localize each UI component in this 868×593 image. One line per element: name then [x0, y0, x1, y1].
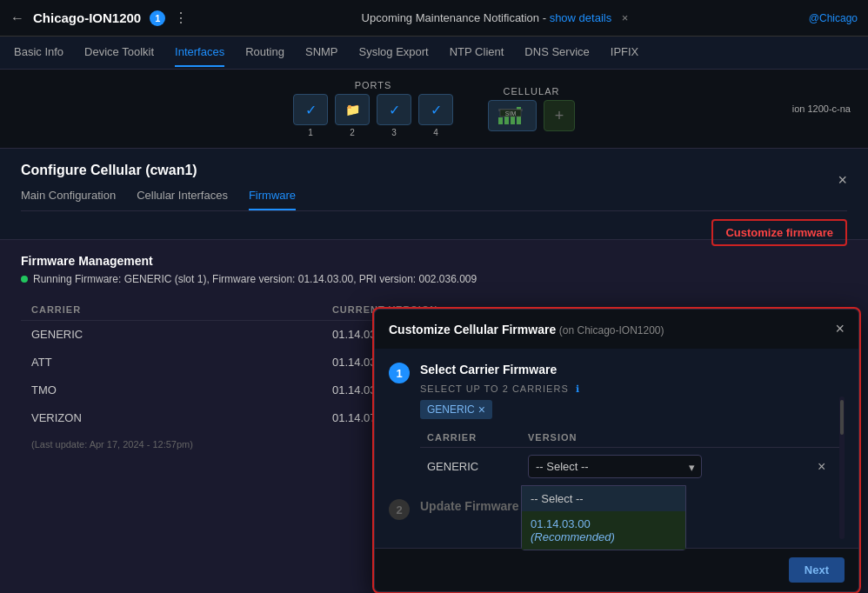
notification-link[interactable]: show details: [550, 11, 612, 24]
dropdown-item-select[interactable]: -- Select --: [522, 486, 685, 511]
firmware-status-text: Running Firmware: GENERIC (slot 1), Firm…: [33, 273, 477, 285]
panel-close-button[interactable]: ×: [838, 171, 847, 210]
cellular-signal-icon[interactable]: SIM: [488, 100, 537, 131]
carrier-name: VERIZON: [21, 404, 322, 432]
next-button[interactable]: Next: [789, 557, 845, 583]
carrier-tag-label: GENERIC: [427, 403, 475, 416]
dialog-subtitle: (on Chicago-ION1200): [559, 324, 664, 336]
panel-tabs: Main Configuration Cellular Interfaces F…: [21, 189, 847, 211]
customize-firmware-button[interactable]: Customize firmware: [711, 219, 847, 246]
ports-bar: PORTS ✓ 1 📁 2 ✓ 3: [0, 70, 868, 149]
panel-tab-cellular-interfaces[interactable]: Cellular Interfaces: [137, 189, 228, 210]
version-select[interactable]: -- Select -- 01.14.03.00 (Recommended): [528, 455, 702, 478]
port-2-num: 2: [350, 128, 355, 137]
dialog-version-cell: -- Select -- 01.14.03.00 (Recommended) ▾…: [521, 448, 811, 486]
step-1-label: Select Carrier Firmware: [420, 363, 845, 376]
cellular-section: CELLULAR SIM +: [488, 86, 575, 131]
tab-snmp[interactable]: SNMP: [305, 38, 338, 67]
tab-dns-service[interactable]: DNS Service: [524, 38, 589, 67]
configure-title: Configure Cellular (cwan1): [21, 163, 197, 178]
device-menu-button[interactable]: ⋮: [174, 10, 188, 26]
device-model: ion 1200-c-na: [792, 103, 851, 114]
step-2-number: 2: [389, 499, 410, 520]
back-button[interactable]: ←: [10, 10, 24, 26]
dialog-version-header: VERSION: [521, 428, 811, 448]
remove-carrier-button[interactable]: ×: [818, 459, 825, 475]
svg-rect-0: [498, 117, 503, 124]
selected-carrier-tag: GENERIC ×: [420, 400, 492, 419]
notification-bar: Upcoming Maintenance Notification - show…: [197, 11, 793, 24]
carrier-name: TMO: [21, 376, 322, 404]
dialog-footer: Next: [375, 548, 858, 591]
ports-label: PORTS: [355, 80, 392, 90]
tab-ipfix[interactable]: IPFIX: [611, 38, 639, 67]
tab-syslog-export[interactable]: Syslog Export: [359, 38, 429, 67]
dialog-body: 1 Select Carrier Firmware SELECT UP TO 2…: [375, 349, 858, 548]
dialog-header: Customize Cellular Firmware (on Chicago-…: [375, 310, 858, 349]
notification-text: Upcoming Maintenance Notification -: [362, 11, 550, 24]
cellular-icons: SIM +: [488, 100, 575, 131]
panel-tab-firmware[interactable]: Firmware: [249, 189, 296, 210]
nav-tabs: Basic Info Device Toolkit Interfaces Rou…: [0, 37, 868, 70]
step-1-row: 1 Select Carrier Firmware SELECT UP TO 2…: [389, 363, 845, 485]
port-4-icon[interactable]: ✓: [418, 94, 453, 125]
carrier-name: ATT: [21, 349, 322, 376]
tab-device-toolkit[interactable]: Device Toolkit: [84, 38, 154, 67]
carrier-name: GENERIC: [21, 321, 322, 349]
dialog-title: Customize Cellular Firmware: [389, 323, 556, 336]
device-badge: 1: [150, 10, 165, 26]
ports-section: PORTS ✓ 1 📁 2 ✓ 3: [293, 80, 453, 137]
port-2-icon[interactable]: 📁: [335, 94, 370, 125]
step-1-content: Select Carrier Firmware SELECT UP TO 2 C…: [420, 363, 845, 485]
carrier-tag-remove[interactable]: ×: [478, 403, 485, 416]
ports-icons: ✓ 1 📁 2 ✓ 3 ✓ 4: [293, 94, 453, 137]
step-1-number: 1: [389, 363, 410, 383]
version-dropdown: -- Select -- 01.14.03.00 (Recommended): [521, 485, 686, 550]
dialog-title-area: Customize Cellular Firmware (on Chicago-…: [389, 323, 664, 336]
customize-firmware-dialog: Customize Cellular Firmware (on Chicago-…: [374, 309, 859, 592]
scroll-bar[interactable]: [839, 396, 845, 539]
firmware-title: Firmware Management: [21, 254, 477, 268]
dialog-close-button[interactable]: ×: [835, 320, 845, 338]
dialog-carrier-name: GENERIC: [420, 448, 521, 486]
panel-tab-main-config[interactable]: Main Configuration: [21, 189, 116, 210]
cellular-add-button[interactable]: +: [544, 100, 575, 131]
firmware-status: Running Firmware: GENERIC (slot 1), Firm…: [21, 273, 477, 285]
port-3-icon[interactable]: ✓: [377, 94, 411, 125]
carriers-sublabel: SELECT UP TO 2 CARRIERS ℹ: [420, 383, 845, 395]
scroll-thumb: [840, 400, 844, 435]
tab-routing[interactable]: Routing: [245, 38, 284, 67]
info-icon[interactable]: ℹ: [576, 383, 580, 394]
dropdown-item-recommended[interactable]: 01.14.03.00 (Recommended): [522, 511, 685, 550]
port-1-icon[interactable]: ✓: [293, 94, 328, 125]
status-dot: [21, 276, 28, 283]
notification-close-icon[interactable]: ×: [622, 11, 629, 24]
top-bar: ← Chicago-ION1200 1 ⋮ Upcoming Maintenan…: [0, 0, 868, 37]
carrier-col-header: CARRIER: [21, 299, 322, 321]
port-1-num: 1: [308, 128, 313, 137]
dialog-carrier-header: CARRIER: [420, 428, 521, 448]
tab-interfaces[interactable]: Interfaces: [175, 38, 224, 67]
device-title: Chicago-ION1200: [33, 10, 141, 25]
port-3-num: 3: [391, 128, 397, 137]
svg-text:SIM: SIM: [505, 110, 517, 117]
version-select-wrapper: -- Select -- 01.14.03.00 (Recommended) ▾: [528, 455, 702, 478]
port-4-num: 4: [433, 128, 438, 137]
tab-ntp-client[interactable]: NTP Client: [450, 38, 504, 67]
device-link[interactable]: @Chicago: [809, 12, 858, 24]
dialog-table-row: GENERIC -- Select -- 01.14.03.00 (Recomm…: [420, 448, 845, 486]
cellular-label: CELLULAR: [504, 86, 560, 97]
dialog-carrier-table: CARRIER VERSION GENERIC -- Select --: [420, 428, 845, 485]
tab-basic-info[interactable]: Basic Info: [14, 38, 63, 67]
